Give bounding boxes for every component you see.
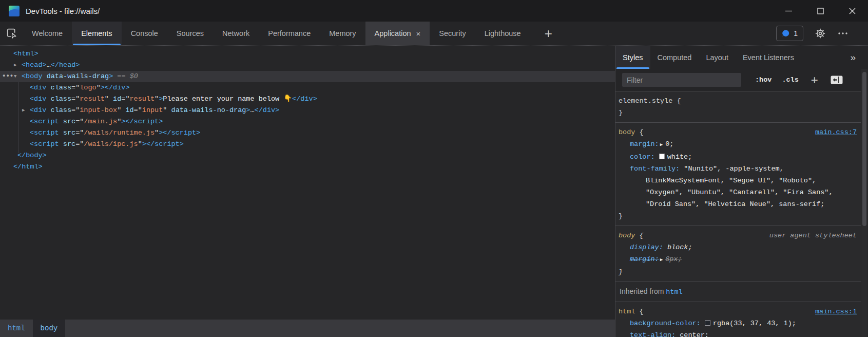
- css-declaration[interactable]: margin:▶0;: [619, 138, 857, 151]
- node-markup: <script src="/wails/ipc.js"></script>: [30, 140, 184, 148]
- new-style-rule-icon[interactable]: +: [811, 74, 818, 86]
- minimize-icon[interactable]: [773, 0, 804, 22]
- issues-counter-button[interactable]: 1: [776, 26, 803, 41]
- css-declaration[interactable]: display: block;: [619, 241, 857, 253]
- title-bar: DevTools - file://wails/: [0, 0, 868, 22]
- rule-selector[interactable]: body: [619, 128, 635, 136]
- row-menu-dots-icon[interactable]: ●●●: [3, 70, 14, 82]
- tab-lighthouse[interactable]: Lighthouse: [475, 22, 530, 45]
- tab-label: Console: [131, 29, 158, 38]
- tab-label: Memory: [329, 29, 356, 38]
- inherited-node-link[interactable]: html: [666, 288, 682, 296]
- close-tab-icon[interactable]: ×: [416, 30, 421, 38]
- rule-selector[interactable]: html: [619, 308, 635, 315]
- css-property-name[interactable]: margin:: [630, 255, 659, 263]
- add-tab-icon[interactable]: +: [537, 22, 560, 45]
- rule-selector-line: body {user agent stylesheet: [619, 230, 857, 241]
- style-rule-section: html {main.css:1background-color: rgba(3…: [615, 302, 861, 337]
- css-declaration[interactable]: text-align: center;: [619, 329, 857, 337]
- css-property-value[interactable]: white;: [667, 153, 692, 161]
- css-declaration[interactable]: font-family: "Nunito", -apple-system, Bl…: [619, 163, 857, 210]
- close-brace: }: [619, 266, 857, 278]
- tab-label: Elements: [81, 29, 112, 38]
- tree-row[interactable]: ▶<div class="input-box" id="input" data-…: [0, 105, 615, 116]
- more-tabs-chevron-icon[interactable]: »: [850, 46, 868, 69]
- element-classes-button[interactable]: .cls: [782, 76, 798, 84]
- toggle-element-state-button[interactable]: :hov: [755, 76, 771, 84]
- tab-elements[interactable]: Elements: [72, 22, 121, 45]
- tree-row[interactable]: <div class="logo"></div>: [0, 82, 615, 93]
- css-declaration[interactable]: background-color: rgba(33, 37, 43, 1);: [619, 317, 857, 329]
- tab-console[interactable]: Console: [122, 22, 167, 45]
- css-property-value[interactable]: 0;: [665, 140, 673, 148]
- expand-icon[interactable]: ▶: [14, 60, 16, 71]
- close-icon[interactable]: [836, 0, 868, 22]
- panel-toggle-icon[interactable]: [831, 76, 843, 84]
- node-markup: <script src="/main.js"></script>: [30, 118, 163, 125]
- css-property-value[interactable]: 8px;: [665, 255, 682, 263]
- sidebar-tab-styles[interactable]: Styles: [615, 46, 650, 69]
- css-property-name[interactable]: font-family:: [630, 165, 680, 173]
- tab-label: Performance: [268, 29, 311, 38]
- tree-row[interactable]: ▶<head>…</head>: [0, 60, 615, 71]
- expand-icon[interactable]: ▶: [22, 105, 25, 116]
- css-declaration[interactable]: color: white;: [619, 151, 857, 163]
- toolbar-right-controls: 1: [776, 22, 868, 45]
- stylesheet-source-link[interactable]: main.css:1: [815, 306, 857, 317]
- node-markup: </body>: [17, 152, 47, 159]
- tree-row[interactable]: <script src="/wails/ipc.js"></script>: [0, 139, 615, 150]
- style-rule-section: body {main.css:7margin:▶0;color: white;f…: [615, 122, 861, 226]
- color-swatch[interactable]: [705, 320, 710, 326]
- tree-row[interactable]: </body>: [0, 150, 615, 161]
- tab-security[interactable]: Security: [430, 22, 475, 45]
- css-property-name[interactable]: display:: [630, 244, 663, 251]
- style-rule-section: element.style {}: [615, 91, 861, 122]
- expand-shorthand-icon[interactable]: ▶: [660, 139, 663, 151]
- breadcrumb-html[interactable]: html: [0, 320, 33, 337]
- sidebar-scrollbar[interactable]: [861, 69, 867, 337]
- settings-gear-icon[interactable]: [815, 28, 826, 39]
- css-property-value[interactable]: center;: [680, 331, 709, 337]
- tree-row[interactable]: ●●●▼<body data-wails-drag> == $0: [0, 71, 615, 82]
- collapse-icon[interactable]: ▼: [14, 71, 16, 82]
- tab-memory[interactable]: Memory: [320, 22, 365, 45]
- css-property-value[interactable]: block;: [667, 244, 692, 251]
- inherited-from-text: Inherited from: [620, 287, 666, 295]
- rule-selector-line: html {main.css:1: [619, 306, 857, 317]
- breadcrumb-body[interactable]: body: [33, 320, 66, 337]
- rule-selector[interactable]: element.style: [619, 97, 672, 105]
- maximize-icon[interactable]: [804, 0, 836, 22]
- css-property-name[interactable]: margin:: [630, 140, 659, 148]
- sidebar-tab-computed[interactable]: Computed: [650, 46, 699, 69]
- css-property-name[interactable]: text-align:: [630, 331, 676, 337]
- css-declaration[interactable]: margin:▶8px;: [619, 253, 857, 266]
- tab-application[interactable]: Application×: [365, 22, 430, 45]
- styles-filter-input[interactable]: [622, 73, 741, 87]
- tab-performance[interactable]: Performance: [259, 22, 320, 45]
- scrollbar-thumb[interactable]: [862, 72, 866, 226]
- close-brace: }: [619, 107, 857, 119]
- inherited-from-header: Inherited from html: [615, 282, 861, 302]
- tree-row[interactable]: <html>: [0, 48, 615, 60]
- css-property-name[interactable]: color:: [630, 153, 655, 161]
- rule-selector[interactable]: body: [619, 232, 635, 239]
- stylesheet-source-link[interactable]: main.css:7: [815, 126, 857, 138]
- color-swatch[interactable]: [659, 154, 665, 159]
- indent-guide: [18, 82, 19, 153]
- more-options-icon[interactable]: [837, 28, 848, 39]
- tab-label: Lighthouse: [485, 29, 521, 38]
- tab-sources[interactable]: Sources: [167, 22, 213, 45]
- css-property-value[interactable]: rgba(33, 37, 43, 1);: [713, 320, 796, 327]
- tree-row[interactable]: <script src="/main.js"></script>: [0, 116, 615, 127]
- issues-bubble-icon: [782, 29, 790, 38]
- tab-welcome[interactable]: Welcome: [23, 22, 72, 45]
- inspect-element-icon[interactable]: [1, 22, 23, 45]
- tree-row[interactable]: <div class="result" id="result">Please e…: [0, 93, 615, 105]
- sidebar-tab-event-listeners[interactable]: Event Listeners: [736, 46, 801, 69]
- tree-row[interactable]: </html>: [0, 161, 615, 173]
- tree-row[interactable]: <script src="/wails/runtime.js"></script…: [0, 127, 615, 139]
- css-property-name[interactable]: background-color:: [630, 320, 701, 327]
- sidebar-tab-layout[interactable]: Layout: [699, 46, 736, 69]
- expand-shorthand-icon[interactable]: ▶: [660, 254, 663, 266]
- tab-network[interactable]: Network: [213, 22, 259, 45]
